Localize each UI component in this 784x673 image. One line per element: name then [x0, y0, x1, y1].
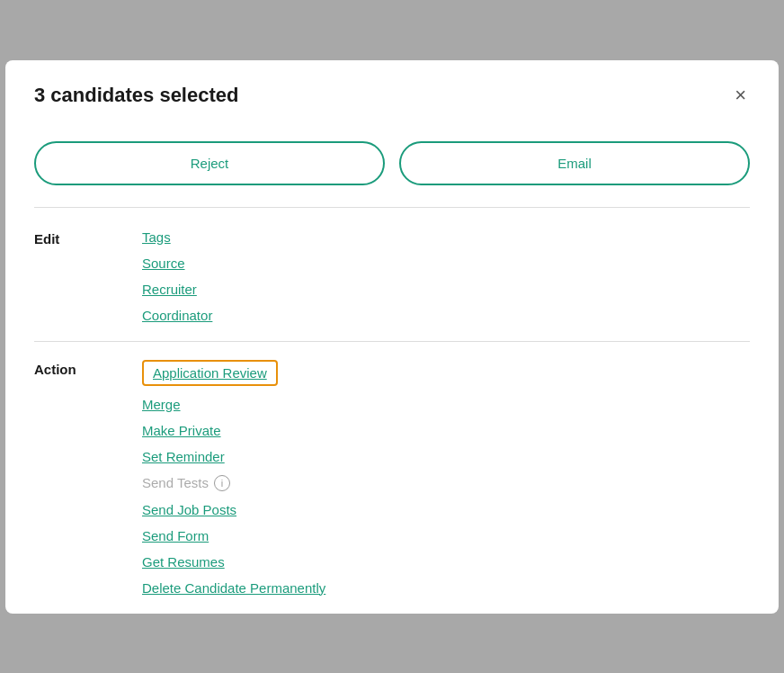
- delete-candidate-link[interactable]: Delete Candidate Permanently: [142, 580, 750, 596]
- action-section-content: Application Review Merge Make Private Se…: [142, 360, 750, 596]
- email-button[interactable]: Email: [399, 141, 750, 185]
- action-buttons-row: Reject Email: [34, 127, 750, 203]
- modal-overlay: 3 candidates selected × Reject Email Edi…: [0, 0, 784, 673]
- send-job-posts-link[interactable]: Send Job Posts: [142, 502, 750, 517]
- source-link[interactable]: Source: [142, 256, 750, 271]
- action-section: Action Application Review Merge Make Pri…: [34, 342, 750, 614]
- modal-title: 3 candidates selected: [34, 84, 238, 107]
- get-resumes-link[interactable]: Get Resumes: [142, 554, 750, 570]
- application-review-item: Application Review: [142, 360, 750, 386]
- merge-link[interactable]: Merge: [142, 397, 750, 412]
- edit-section: Edit Tags Source Recruiter Coordinator: [34, 211, 750, 342]
- tags-link[interactable]: Tags: [142, 229, 750, 245]
- edit-section-content: Tags Source Recruiter Coordinator: [142, 229, 750, 323]
- send-form-link[interactable]: Send Form: [142, 528, 750, 543]
- set-reminder-link[interactable]: Set Reminder: [142, 449, 750, 464]
- modal-header: 3 candidates selected ×: [5, 60, 779, 127]
- info-icon: i: [214, 475, 230, 491]
- modal-dialog: 3 candidates selected × Reject Email Edi…: [5, 60, 779, 614]
- send-tests-item: Send Tests i: [142, 475, 750, 491]
- make-private-link[interactable]: Make Private: [142, 423, 750, 438]
- recruiter-link[interactable]: Recruiter: [142, 282, 750, 297]
- close-button[interactable]: ×: [731, 82, 750, 109]
- action-section-label: Action: [34, 360, 142, 596]
- send-tests-link: Send Tests: [142, 475, 209, 490]
- reject-button[interactable]: Reject: [34, 141, 385, 185]
- modal-body: Reject Email Edit Tags Source Recruiter …: [5, 127, 779, 614]
- divider-top: [34, 207, 750, 208]
- application-review-link[interactable]: Application Review: [142, 360, 278, 386]
- edit-section-label: Edit: [34, 229, 142, 323]
- coordinator-link[interactable]: Coordinator: [142, 308, 750, 323]
